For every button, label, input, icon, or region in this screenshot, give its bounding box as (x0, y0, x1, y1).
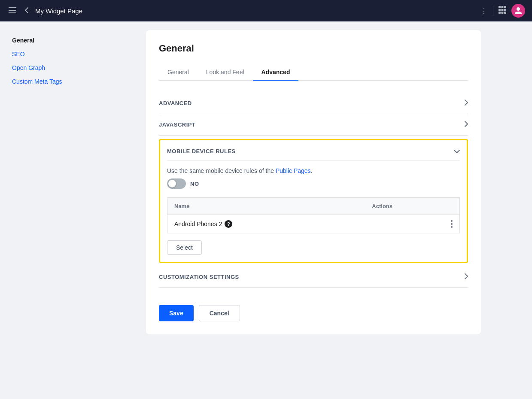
svg-rect-2 (9, 12, 16, 13)
svg-rect-11 (504, 12, 506, 14)
select-button[interactable]: Select (167, 240, 202, 255)
svg-rect-6 (499, 9, 501, 11)
table-col-name: Name (167, 198, 365, 215)
toggle-container: NO (167, 178, 460, 189)
toggle-knob (168, 180, 176, 187)
table-col-actions: Actions (365, 198, 459, 215)
svg-rect-7 (502, 9, 504, 11)
advanced-section[interactable]: ADVANCED (159, 93, 468, 114)
public-pages-link[interactable]: Public Pages (276, 167, 311, 174)
device-info-badge[interactable]: ? (225, 220, 232, 228)
user-avatar[interactable] (511, 4, 525, 18)
table-cell-name: Android Phones 2 ? (167, 215, 365, 233)
table-row-actions-button[interactable] (372, 220, 453, 228)
svg-point-14 (451, 226, 453, 228)
topnav-right: ⋮ (480, 4, 525, 18)
svg-point-13 (451, 223, 453, 225)
sidebar-item-open-graph[interactable]: Open Graph (9, 62, 125, 74)
svg-rect-10 (502, 12, 504, 14)
customization-settings-section[interactable]: CUSTOMIZATION SETTINGS (159, 266, 468, 288)
nav-divider (493, 6, 493, 16)
svg-rect-3 (499, 6, 501, 8)
svg-point-12 (451, 220, 453, 222)
svg-rect-4 (502, 6, 504, 8)
table-header-row: Name Actions (167, 198, 460, 215)
toggle-label: NO (190, 181, 199, 187)
toggle-description-suffix: . (311, 167, 313, 174)
save-button[interactable]: Save (159, 305, 194, 321)
toggle-row: Use the same mobile device rules of the … (167, 167, 460, 189)
sidebar: General SEO Open Graph Custom Meta Tags (0, 21, 133, 399)
back-icon[interactable] (23, 6, 30, 16)
main-content: General General Look and Feel Advanced A… (133, 21, 532, 399)
advanced-chevron-icon (465, 100, 468, 107)
page-title-nav: My Widget Page (35, 7, 475, 15)
cancel-button[interactable]: Cancel (199, 305, 240, 321)
toggle-description-prefix: Use the same mobile device rules of the (167, 167, 276, 174)
grid-apps-icon[interactable] (499, 6, 506, 16)
tab-general[interactable]: General (159, 64, 198, 81)
device-name-cell: Android Phones 2 ? (174, 220, 358, 228)
tab-look-and-feel[interactable]: Look and Feel (198, 64, 253, 81)
footer-buttons: Save Cancel (159, 305, 468, 321)
toggle-description: Use the same mobile device rules of the … (167, 167, 460, 174)
mobile-device-rules-section: MOBILE DEVICE RULES Use the same mobile … (159, 139, 468, 263)
tab-advanced[interactable]: Advanced (253, 64, 299, 81)
sidebar-item-general[interactable]: General (9, 34, 125, 46)
customization-settings-title: CUSTOMIZATION SETTINGS (159, 274, 239, 280)
device-name-text: Android Phones 2 (174, 221, 222, 227)
svg-rect-5 (504, 6, 506, 8)
svg-rect-9 (499, 12, 501, 14)
javascript-section-title: JAVASCRIPT (159, 121, 195, 128)
svg-rect-0 (9, 7, 16, 8)
advanced-section-title: ADVANCED (159, 100, 192, 106)
mobile-device-rules-chevron-icon (454, 147, 460, 155)
content-card: General General Look and Feel Advanced A… (146, 30, 481, 334)
svg-rect-8 (504, 9, 506, 11)
sidebar-item-seo[interactable]: SEO (9, 48, 125, 60)
customization-settings-chevron-icon (465, 273, 468, 281)
page-title: General (159, 43, 468, 54)
topnav: My Widget Page ⋮ (0, 0, 532, 21)
mobile-device-rules-title: MOBILE DEVICE RULES (167, 148, 236, 154)
layout: General SEO Open Graph Custom Meta Tags … (0, 21, 532, 399)
javascript-chevron-icon (465, 121, 468, 128)
device-table: Name Actions Android Phones 2 ? (167, 197, 460, 233)
mobile-rules-toggle[interactable] (167, 178, 186, 189)
javascript-section[interactable]: JAVASCRIPT (159, 114, 468, 136)
mobile-device-rules-header[interactable]: MOBILE DEVICE RULES (167, 147, 460, 160)
more-options-icon[interactable]: ⋮ (480, 6, 488, 15)
sidebar-toggle-icon[interactable] (7, 5, 18, 17)
tabs: General Look and Feel Advanced (159, 64, 468, 81)
table-row: Android Phones 2 ? (167, 215, 460, 233)
sidebar-item-custom-meta-tags[interactable]: Custom Meta Tags (9, 76, 125, 88)
table-cell-actions (365, 215, 459, 233)
svg-rect-1 (9, 10, 16, 11)
